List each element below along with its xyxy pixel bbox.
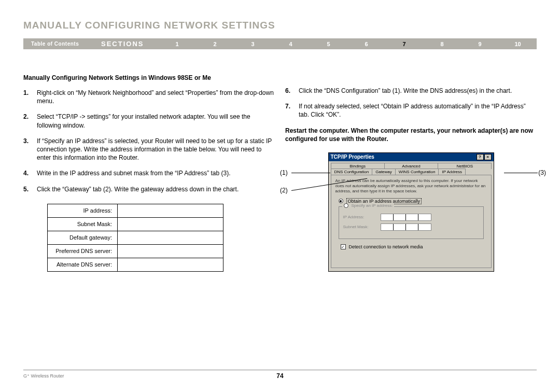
tab-wins-configuration[interactable]: WINS Configuration <box>395 169 439 175</box>
table-value <box>118 204 223 217</box>
page-title: Manually Configuring Network Settings <box>23 20 537 31</box>
dialog-titlebar: TCP/IP Properties ? × <box>329 153 494 161</box>
page-footer: G⁺ Wireless Router 74 <box>23 370 537 379</box>
step-item: Click the “Gateway” tab (2). Write the g… <box>23 185 275 193</box>
section-link-10[interactable]: 10 <box>499 41 537 47</box>
table-value <box>118 258 223 271</box>
steps-list-right: Click the “DNS Configuration” tab (1). W… <box>285 87 537 119</box>
help-icon[interactable]: ? <box>477 154 484 160</box>
table-label: Subnet Mask: <box>48 217 118 231</box>
restart-note: Restart the computer. When the computer … <box>285 127 537 143</box>
radio-icon <box>344 203 348 208</box>
step-item: Select “TCP/IP -> settings” for your ins… <box>23 113 275 129</box>
sections-label: SECTIONS <box>101 40 158 48</box>
checkbox-icon: ✓ <box>341 244 346 249</box>
tcpip-properties-dialog: TCP/IP Properties ? × Bindings Advanced … <box>328 152 494 272</box>
subnet-mask-label: Subnet Mask: <box>343 225 376 229</box>
section-link-6[interactable]: 6 <box>347 41 385 47</box>
tab-ip-address[interactable]: IP Address <box>438 169 466 175</box>
section-link-9[interactable]: 9 <box>461 41 499 47</box>
table-label: Alternate DNS server: <box>48 258 118 271</box>
callout-1: (1) <box>280 169 288 176</box>
table-value <box>118 244 223 258</box>
section-link-5[interactable]: 5 <box>310 41 347 47</box>
section-link-8[interactable]: 8 <box>423 41 461 47</box>
tab-gateway[interactable]: Gateway <box>372 169 396 175</box>
step-item: Right-click on “My Network Neighborhood”… <box>23 89 275 105</box>
ip-info-table: IP address: Subnet Mask: Default gateway… <box>47 204 223 272</box>
close-icon[interactable]: × <box>484 154 492 160</box>
section-subtitle: Manually Configuring Network Settings in… <box>23 74 275 81</box>
page-number: 74 <box>276 372 283 380</box>
dialog-description: An IP address can be automatically assig… <box>335 178 487 194</box>
radio-label: Specify an IP address: <box>352 203 393 208</box>
callout-3: (3) <box>538 169 546 176</box>
section-link-7[interactable]: 7 <box>385 41 423 47</box>
ip-address-input[interactable] <box>381 214 431 221</box>
table-value <box>118 217 223 231</box>
step-item: If “Specify an IP address” is selected, … <box>23 137 275 162</box>
ip-address-label: IP Address: <box>343 215 376 219</box>
dialog-figure: (1) (2) (3) TCP/IP Properties ? × Bi <box>285 152 537 272</box>
section-link-3[interactable]: 3 <box>234 41 272 47</box>
sections-nav: Table of Contents SECTIONS 1 2 3 4 5 6 7… <box>23 38 537 49</box>
toc-link[interactable]: Table of Contents <box>23 41 101 47</box>
callout-2: (2) <box>280 187 288 194</box>
detect-connection-checkbox[interactable]: ✓ Detect connection to network media <box>341 244 487 249</box>
tab-dns-configuration[interactable]: DNS Configuration <box>331 169 373 175</box>
product-name: G⁺ Wireless Router <box>23 373 64 379</box>
step-item: If not already selected, select “Obtain … <box>285 102 537 119</box>
section-link-1[interactable]: 1 <box>158 41 196 47</box>
checkbox-label: Detect connection to network media <box>349 244 423 249</box>
steps-list-left: Right-click on “My Network Neighborhood”… <box>23 89 275 193</box>
step-item: Click the “DNS Configuration” tab (1). W… <box>285 87 537 95</box>
dialog-title-text: TCP/IP Properties <box>331 154 374 160</box>
table-label: Default gateway: <box>48 231 118 244</box>
step-item: Write in the IP address and subnet mask … <box>23 169 275 177</box>
table-value <box>118 231 223 244</box>
radio-specify-ip[interactable]: Specify an IP address: <box>342 203 395 208</box>
table-label: Preferred DNS server: <box>48 244 118 258</box>
subnet-mask-input[interactable] <box>381 223 431 231</box>
table-label: IP address: <box>48 204 118 217</box>
section-link-4[interactable]: 4 <box>272 41 310 47</box>
section-link-2[interactable]: 2 <box>196 41 234 47</box>
